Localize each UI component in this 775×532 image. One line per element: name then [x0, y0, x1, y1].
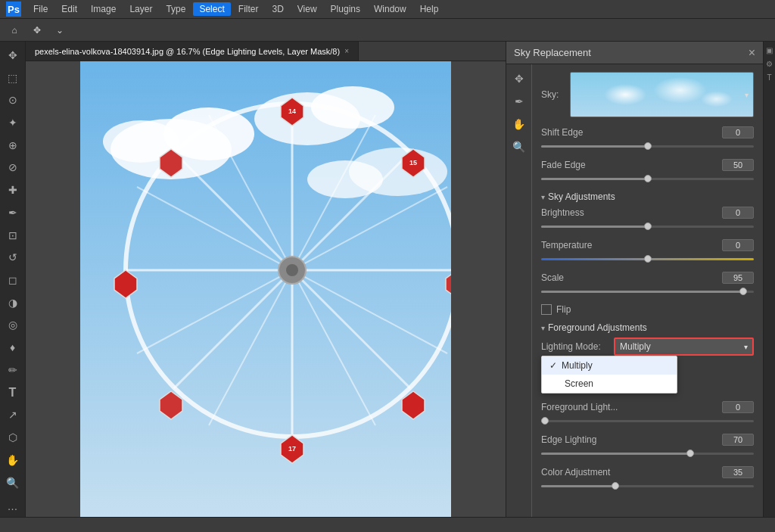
color-adjustment-value[interactable]: 35 — [722, 466, 754, 478]
sky-adjust-collapse-icon[interactable]: ▾ — [541, 193, 545, 201]
foreground-lighting-value[interactable]: 0 — [722, 401, 754, 413]
shift-edge-slider[interactable] — [541, 141, 754, 151]
color-adjustment-control: Color Adjustment 35 — [541, 466, 754, 491]
panel-move-tool[interactable]: ✥ — [509, 69, 529, 89]
panel-hand-tool[interactable]: ✋ — [509, 114, 529, 134]
panel-close-button[interactable]: × — [749, 46, 755, 60]
panel-header: Sky Replacement × — [506, 42, 763, 64]
menu-layer[interactable]: Layer — [123, 2, 158, 16]
tool-zoom[interactable]: 🔍 — [2, 472, 23, 493]
menu-plugins[interactable]: Plugins — [325, 2, 366, 16]
lighting-mode-section: Lighting Mode: Multiply ▾ ✓ Multiply — [541, 338, 754, 356]
tool-eyedropper[interactable]: ⊘ — [2, 157, 23, 179]
status-bar — [0, 517, 775, 532]
scale-label: Scale — [541, 272, 564, 283]
menu-image[interactable]: Image — [85, 2, 122, 16]
brightness-slider[interactable] — [541, 221, 754, 232]
tool-lasso[interactable]: ⊙ — [2, 89, 23, 110]
menu-filter[interactable]: Filter — [232, 2, 265, 16]
tool-path-selection[interactable]: ↗ — [2, 405, 23, 426]
foreground-adjust-collapse-icon[interactable]: ▾ — [541, 324, 545, 332]
sky-adjustments-title: Sky Adjustments — [548, 191, 615, 202]
lighting-mode-option-screen[interactable]: Screen — [542, 375, 677, 393]
screen-option-label: Screen — [565, 378, 593, 389]
tool-magic-wand[interactable]: ✦ — [2, 112, 23, 133]
scale-value[interactable]: 95 — [722, 272, 754, 284]
sky-label: Sky: — [541, 89, 564, 100]
sky-cloud-preview — [571, 73, 753, 117]
shift-edge-label: Shift Edge — [541, 127, 583, 138]
menu-edit[interactable]: Edit — [55, 2, 83, 16]
panel-brush-tool[interactable]: ✒ — [509, 92, 529, 111]
foreground-lighting-slider[interactable] — [541, 415, 754, 426]
fade-edge-slider[interactable] — [541, 173, 754, 184]
shift-edge-value[interactable]: 0 — [722, 126, 754, 138]
scale-slider[interactable] — [541, 286, 754, 297]
sky-dropdown-arrow-icon: ▾ — [745, 91, 749, 99]
tool-brush[interactable]: ✒ — [2, 202, 23, 223]
main-area: ✥ ⬚ ⊙ ✦ ⊕ ⊘ ✚ ✒ ⊡ ↺ ◻ ◑ ◎ ♦ ✏ T ↗ ⬡ ✋ 🔍 … — [0, 42, 775, 517]
temperature-value[interactable]: 0 — [722, 239, 754, 251]
svg-text:14: 14 — [288, 107, 296, 115]
foreground-adjustments-title: Foreground Adjustments — [548, 322, 647, 333]
svg-text:15: 15 — [409, 159, 417, 166]
right-edge-icon-1: ▣ — [764, 45, 775, 55]
menu-help[interactable]: Help — [414, 2, 445, 16]
tab-close-icon[interactable]: × — [344, 47, 349, 55]
edge-lighting-control: Edge Lighting 70 — [541, 434, 754, 459]
svg-text:17: 17 — [288, 445, 296, 453]
panel-zoom-tool[interactable]: 🔍 — [509, 137, 529, 157]
tool-blur[interactable]: ◎ — [2, 315, 23, 336]
ferris-wheel-svg: 14 15 17 — [80, 61, 451, 517]
shift-edge-control: Shift Edge 0 — [541, 126, 754, 151]
document-tab[interactable]: pexels-elina-volkova-18403914.jpg @ 16.7… — [26, 42, 359, 61]
temperature-label: Temperature — [541, 240, 592, 250]
tool-move[interactable]: ✥ — [2, 45, 23, 66]
tool-marquee-rect[interactable]: ⬚ — [2, 67, 23, 89]
tool-hand[interactable]: ✋ — [2, 450, 23, 471]
home-icon[interactable]: ⌂ — [6, 22, 23, 39]
scale-control: Scale 95 — [541, 272, 754, 297]
tab-filename: pexels-elina-volkova-18403914.jpg @ 16.7… — [35, 47, 340, 56]
move-icon[interactable]: ✥ — [29, 22, 45, 39]
tool-shape[interactable]: ⬡ — [2, 427, 23, 448]
foreground-adjustments-section: ▾ Foreground Adjustments — [541, 322, 754, 333]
menu-type[interactable]: Type — [160, 2, 191, 16]
tool-gradient[interactable]: ◑ — [2, 292, 23, 313]
multiply-check-icon: ✓ — [549, 360, 557, 371]
edge-lighting-slider[interactable] — [541, 448, 754, 459]
edge-lighting-value[interactable]: 70 — [722, 434, 754, 446]
tab-bar: pexels-elina-volkova-18403914.jpg @ 16.7… — [26, 42, 506, 61]
tool-type[interactable]: T — [2, 382, 23, 403]
tool-dodge[interactable]: ♦ — [2, 337, 23, 358]
menu-select[interactable]: Select — [193, 2, 230, 16]
brightness-control: Brightness 0 — [541, 207, 754, 232]
chevron-down-icon[interactable]: ⌄ — [51, 22, 68, 39]
canvas-area: pexels-elina-volkova-18403914.jpg @ 16.7… — [26, 42, 506, 517]
right-edge-icon-2: ⚙ — [764, 58, 775, 69]
canvas-content: 14 15 17 — [26, 61, 506, 517]
sky-preview[interactable]: ▾ — [570, 72, 754, 117]
lighting-mode-dropdown[interactable]: Multiply ▾ — [614, 338, 754, 356]
color-adjustment-slider[interactable] — [541, 481, 754, 491]
brightness-value[interactable]: 0 — [722, 207, 754, 219]
menu-3d[interactable]: 3D — [266, 2, 289, 16]
flip-checkbox[interactable] — [541, 304, 552, 315]
right-edge-icon-3: T — [764, 72, 775, 82]
tool-pen[interactable]: ✏ — [2, 359, 23, 381]
tool-history-brush[interactable]: ↺ — [2, 247, 23, 268]
tool-more[interactable]: … — [2, 496, 23, 517]
brightness-label: Brightness — [541, 207, 584, 218]
tool-healing[interactable]: ✚ — [2, 179, 23, 201]
menu-file[interactable]: File — [27, 2, 54, 16]
lighting-mode-option-multiply[interactable]: ✓ Multiply — [542, 356, 677, 375]
color-adjustment-label: Color Adjustment — [541, 467, 610, 478]
svg-point-29 — [286, 264, 298, 276]
fade-edge-value[interactable]: 50 — [722, 159, 754, 171]
temperature-slider[interactable] — [541, 254, 754, 264]
tool-eraser[interactable]: ◻ — [2, 269, 23, 291]
menu-view[interactable]: View — [291, 2, 323, 16]
menu-window[interactable]: Window — [368, 2, 412, 16]
tool-clone[interactable]: ⊡ — [2, 225, 23, 246]
tool-crop[interactable]: ⊕ — [2, 135, 23, 156]
